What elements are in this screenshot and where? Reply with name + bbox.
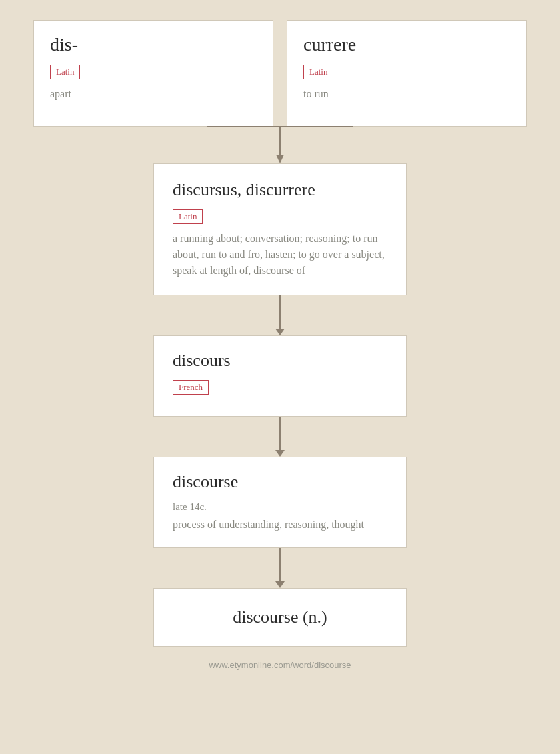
card-discourse-title: discourse [173,472,387,492]
connector-1 [27,295,533,335]
card-discourse-date: late 14c. [173,501,387,513]
card-discursus-meaning: a running about; conversation; reasoning… [173,231,387,279]
card-discursus: discursus, discurrere Latin a running ab… [153,163,407,295]
top-connector [27,127,533,163]
card-dis: dis- Latin apart [33,20,273,127]
card-discursus-title: discursus, discurrere [173,180,387,200]
card-discourse-noun: discourse (n.) [153,588,407,647]
card-discours-language: French [173,380,209,395]
card-discours: discours French [153,335,407,417]
footer-url: www.etymonline.com/word/discourse [209,660,351,670]
card-discursus-language: Latin [173,209,203,224]
card-dis-title: dis- [50,34,257,55]
card-currere-meaning: to run [303,86,510,102]
connector-2 [27,417,533,457]
svg-marker-2 [276,155,284,163]
card-discourse-noun-title: discourse (n.) [173,607,387,627]
card-currere: currere Latin to run [287,20,527,127]
connector-3 [27,548,533,588]
card-discourse-meaning: process of understanding, reasoning, tho… [173,517,387,533]
card-currere-title: currere [303,34,510,55]
card-discours-title: discours [173,351,387,371]
card-discourse: discourse late 14c. process of understan… [153,457,407,548]
card-currere-language: Latin [303,65,333,79]
card-dis-language: Latin [50,65,80,79]
card-dis-meaning: apart [50,86,257,102]
